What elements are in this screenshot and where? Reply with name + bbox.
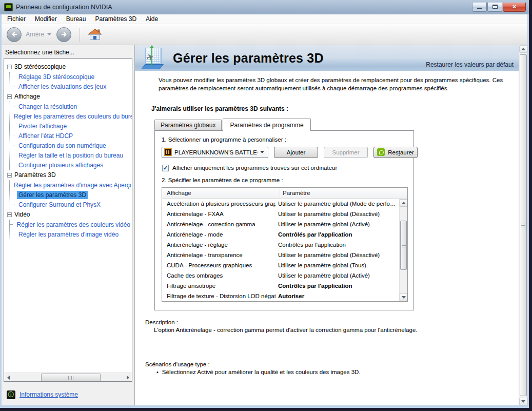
section-heading: J'aimerais utiliser les paramètres 3D su… [151, 105, 519, 112]
program-select[interactable]: PLAYERUNKNOWN'S BATTLEGR... [162, 147, 268, 158]
table-scrollbar[interactable] [399, 199, 407, 301]
scroll-down-button[interactable] [400, 293, 407, 301]
tree-item[interactable]: Régler les paramètres des couleurs du bu… [17, 111, 132, 121]
tree-item-label: Changer la résolution [17, 103, 78, 111]
setting-value-cell[interactable]: Autoriser [275, 293, 399, 299]
table-row[interactable]: Cache des ombragesUtiliser le paramètre … [162, 270, 399, 281]
setting-value-cell[interactable]: Utiliser le paramètre global (Activé) [275, 272, 399, 279]
main-scroll-thumb[interactable] [520, 54, 527, 396]
setting-value-cell[interactable]: Contrôlés par l'application [275, 242, 399, 248]
tree-item[interactable]: Réglage 3D stéréoscopique [17, 72, 132, 82]
add-button[interactable]: Ajouter [274, 147, 318, 158]
column-header-value[interactable]: Paramètre [280, 190, 407, 196]
table-row[interactable]: Anticrénelage - FXAAUtiliser le paramètr… [162, 209, 399, 219]
setting-value-cell[interactable]: Utiliser le paramètre global (Mode de pe… [275, 201, 399, 207]
tree-item[interactable]: Pivoter l'affichage [17, 121, 132, 131]
setting-value-cell[interactable]: Contrôlés par l'application [275, 231, 399, 238]
close-icon: ✕ [512, 4, 517, 10]
tree-item[interactable]: Régler les paramètres d'image vidéo [17, 229, 132, 239]
table-scroll-thumb[interactable] [400, 221, 407, 270]
system-info-link[interactable]: Informations système [19, 391, 78, 398]
setting-name-cell: Cache des ombrages [162, 272, 275, 279]
remove-button[interactable]: Supprimer [324, 147, 368, 158]
tree-horizontal-scrollbar[interactable] [4, 373, 132, 381]
table-row[interactable]: Accélération à plusieurs processeurs gra… [162, 199, 399, 209]
home-button[interactable] [87, 27, 103, 42]
scroll-right-button[interactable] [124, 374, 132, 381]
tree-collapse-icon[interactable] [7, 173, 12, 178]
setting-value-cell[interactable]: Utiliser le paramètre global (Désactivé) [275, 252, 399, 258]
titlebar[interactable]: Panneau de configuration NVIDIA ✕ [0, 0, 529, 14]
tree-children: Régler les paramètres des couleurs vidéo… [9, 220, 132, 239]
content-area: Sélectionnez une tâche... 3D stéréoscopi… [2, 45, 527, 405]
table-row[interactable]: Anticrénelage - correction gammaUtiliser… [162, 219, 399, 229]
restore-defaults-link[interactable]: Restaurer les valeurs par défaut [426, 61, 514, 68]
tree-item[interactable]: Configuration du son numérique [17, 141, 132, 150]
maximize-button[interactable] [487, 3, 502, 12]
desktop: Panneau de configuration NVIDIA ✕ Fichie… [0, 0, 532, 411]
table-row[interactable]: Filtrage de texture - Distorsion LOD nég… [162, 291, 399, 301]
minimize-button[interactable] [472, 3, 487, 12]
setting-name-cell: Filtrage de texture - Distorsion LOD nég… [162, 293, 275, 299]
setting-value-cell[interactable]: Contrôlés par l'application [275, 283, 399, 289]
tree-item[interactable]: Gérer les paramètres 3D [17, 190, 132, 200]
setting-name-cell: Anticrénelage - réglage [162, 242, 275, 248]
tree-collapse-icon[interactable] [7, 212, 12, 217]
tree-group-label[interactable]: Paramètres 3D [14, 171, 56, 179]
tab-active[interactable]: Paramètres de programme [223, 119, 310, 131]
show-found-programs-checkbox-row[interactable]: ✓ Afficher uniquement les programmes tro… [162, 165, 407, 171]
tree-item[interactable]: Afficher les évaluations des jeux [17, 82, 132, 91]
tree-item[interactable]: Régler la taille et la position du burea… [17, 150, 132, 160]
restore-button[interactable]: Restaurer [373, 147, 418, 158]
table-row[interactable]: Filtrage anisotropeContrôlés par l'appli… [162, 281, 399, 291]
tree-item[interactable]: Changer la résolution [17, 102, 132, 111]
tree-item-label: Régler les paramètres des couleurs vidéo [15, 221, 132, 229]
checkbox-checked-icon[interactable]: ✓ [162, 165, 169, 171]
tree-item[interactable]: Régler les paramètres des couleurs vidéo [17, 220, 132, 229]
back-history-dropdown-icon[interactable] [47, 33, 51, 35]
forward-button[interactable] [56, 27, 71, 42]
menu-item[interactable]: Fichier [3, 14, 30, 24]
tree-group-label[interactable]: Vidéo [14, 211, 30, 218]
column-header-feature[interactable]: Affichage [162, 188, 280, 198]
tree-group-label[interactable]: Affichage [14, 93, 40, 100]
menu-item[interactable]: Paramètres 3D [90, 14, 141, 24]
setting-value-cell[interactable]: Utiliser le paramètre global (Tous) [275, 262, 399, 268]
main-scroll-down-button[interactable] [519, 398, 527, 405]
setting-value-cell[interactable]: Utiliser le paramètre global (Désactivé) [275, 211, 399, 217]
tree-item-label: Régler les paramètres des couleurs du bu… [12, 112, 132, 121]
horizontal-scroll-thumb[interactable] [41, 374, 101, 381]
table-row[interactable]: Anticrénelage - modeContrôlés par l'appl… [162, 229, 399, 240]
tree-item[interactable]: Configurer Surround et PhysX [17, 200, 132, 209]
tree-item[interactable]: Configurer plusieurs affichages [17, 160, 132, 170]
setting-value-cell[interactable]: Utiliser le paramètre global (Activé) [275, 221, 399, 227]
table-row[interactable]: CUDA - Processeurs graphiquesUtiliser le… [162, 260, 399, 270]
scenario-text: Sélectionnez Activé pour améliorer la qu… [162, 369, 361, 375]
back-button[interactable] [7, 27, 22, 42]
tab-inactive[interactable]: Paramètres globaux [154, 120, 222, 130]
tree-collapse-icon[interactable] [7, 94, 12, 99]
tree-collapse-icon[interactable] [7, 65, 12, 69]
settings-table-body: Accélération à plusieurs processeurs gra… [162, 199, 407, 301]
table-row[interactable]: Anticrénelage - réglageContrôlés par l'a… [162, 240, 399, 250]
menu-item[interactable]: Bureau [62, 14, 91, 24]
tree-item[interactable]: Afficher l'état HDCP [17, 131, 132, 141]
menu-item[interactable]: Aide [141, 14, 163, 24]
scroll-left-button[interactable] [4, 374, 12, 381]
window-controls: ✕ [472, 3, 526, 12]
tree-item[interactable]: Régler les paramètres d'image avec Aperç… [17, 180, 132, 190]
window-title: Panneau de configuration NVIDIA [16, 4, 112, 11]
menu-item[interactable]: Modifier [30, 14, 62, 24]
bullet-icon: • [156, 369, 159, 375]
tree-children: Réglage 3D stéréoscopiqueAfficher les év… [9, 72, 132, 91]
tree-group-label[interactable]: 3D stéréoscopique [14, 63, 66, 70]
description-heading: Description : [145, 319, 519, 325]
setting-name-cell: CUDA - Processeurs graphiques [162, 262, 275, 268]
table-row[interactable]: Anticrénelage - transparenceUtiliser le … [162, 250, 399, 260]
close-button[interactable]: ✕ [503, 3, 526, 12]
nvidia-app-icon [4, 3, 13, 11]
main-scroll-up-button[interactable] [519, 45, 527, 53]
main-scrollbar[interactable] [519, 45, 527, 405]
scroll-up-button[interactable] [400, 199, 407, 207]
chevron-down-icon [260, 151, 264, 153]
